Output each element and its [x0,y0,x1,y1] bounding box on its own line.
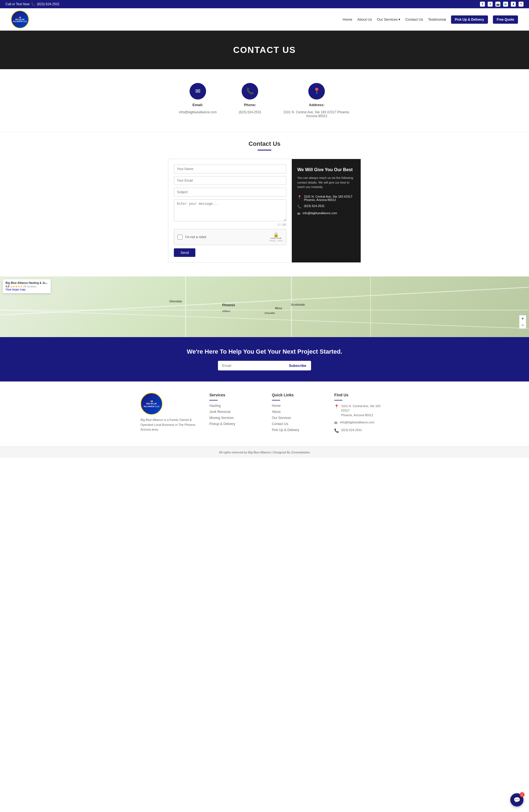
address-icon-circle: 📍 [308,83,325,100]
cta-form: Subscribe [5,361,524,371]
nav-services[interactable]: Our Services ▾ [377,17,400,21]
footer-link-about[interactable]: About [272,410,326,414]
contact-form-container: 0 / 180 I'm not a robot 🔒 reCAPTCHA Priv… [168,159,361,263]
footer-phone-icon: 📞 [334,428,339,433]
footer-link-pickup[interactable]: Pick Up & Delivery [272,428,326,432]
phone-dial-icon: 📞 [297,204,302,209]
email-icon: ✉ [195,88,200,95]
footer-description: Big Blue Alliance is a Family Owned & Op… [141,418,201,432]
nav-contact[interactable]: Contact Us [405,17,423,21]
footer-grid: 🚛BIG BLUEALLIANCE LLC Big Blue Alliance … [141,393,388,436]
subscribe-button[interactable]: Subscribe [284,361,311,371]
call-text: Call or Text Now [5,2,29,6]
email-icon-circle: ✉ [190,83,206,100]
map-city-mesa: Mesa [275,307,282,310]
form-right-title: We Will Give You Our Best [297,167,355,172]
footer-services-title: Services [209,393,264,397]
instagram-icon[interactable]: 📷 [495,2,500,6]
footer-link-home[interactable]: Home [272,404,326,408]
form-right-panel: We Will Give You Our Best You can always… [292,159,361,262]
footer-find-email: ✉ info@bigbluealliance.com [334,420,388,425]
contact-address-item: 📍 Address: 3101 N. Central Ave, Ste 183 … [283,83,350,118]
phone-icon: 📞 [31,2,35,6]
form-right-phone-text: (623) 624-2531 [304,204,325,207]
footer-find-us-col: Find Us 📍 3101 N. Central Ave, Ste 183 #… [334,393,388,436]
form-right-description: You can always reach us via the followin… [297,176,355,189]
dropdown-arrow-icon: ▾ [398,17,400,21]
twitter-icon[interactable]: 🐦 [503,2,508,6]
send-button[interactable]: Send [174,248,195,257]
map-reviews: 29 reviews [23,285,36,288]
map-city-scottsdale: Scottsdale [291,303,305,306]
section-title: Contact Us [5,140,524,147]
phone-label: Phone: [244,103,256,107]
zoom-out-button[interactable]: − [519,322,526,329]
hero-title: CONTACT US [233,45,296,55]
footer-address-text: 3101 N. Central Ave, Ste 183 #2317 Phoen… [341,404,388,418]
address-pin-icon: 📍 [297,195,302,199]
email-label: Email: [192,103,203,107]
nav-about[interactable]: About Us [357,17,372,21]
footer-service-hauling[interactable]: Hauling [209,404,264,408]
nav-links: Home About Us Our Services ▾ Contact Us … [343,15,518,24]
cta-title: We're Here To Help You Get Your Next Pro… [5,348,524,355]
email-input[interactable] [174,176,286,185]
contact-info-section: ✉ Email: info@bigbluealliance.com 📞 Phon… [0,69,529,132]
subject-input[interactable] [174,188,286,197]
contact-form-section: Contact Us 0 / 180 I'm not a robot 🔒 reC… [0,132,529,276]
footer-quick-links-col: Quick Links Home About Our Services Cont… [272,393,326,436]
footer-find-us-title: Find Us [334,393,388,397]
footer-services-underline [209,400,218,401]
recaptcha-logo: 🔒 reCAPTCHA Privacy - Terms [269,232,283,242]
map-rating-row: 4.9 ★★★★★ 29 reviews [5,285,48,288]
envelope-icon: ✉ [297,212,300,216]
footer-email-text: info@bigbluealliance.com [340,420,374,425]
name-input[interactable] [174,164,286,173]
email-value: info@bigbluealliance.com [179,110,217,114]
map-zoom-controls: + − [519,315,526,329]
footer-quick-links-underline [272,400,280,401]
navbar: 🚛BIG BLUEALLIANCE LLC Home About Us Our … [0,8,529,31]
download-icon[interactable]: ⬇ [511,2,516,6]
facebook-icon[interactable]: f [488,2,493,6]
phone-icon-circle: 📞 [241,83,258,100]
recaptcha-box: I'm not a robot 🔒 reCAPTCHA Privacy - Te… [174,229,286,245]
char-count: 0 / 180 [174,223,286,226]
pickup-delivery-button[interactable]: Pick Up & Delivery [451,15,488,24]
address-value: 3101 N. Central Ave, Ste 183 #2317 Phoen… [283,110,350,118]
address-icon: 📍 [313,88,320,95]
footer-service-moving[interactable]: Moving Services [209,416,264,420]
message-textarea[interactable] [174,199,286,221]
map-business-name: Big Blue Alliance Hauling & Ju... [5,281,48,285]
recaptcha-checkbox[interactable] [177,235,182,240]
free-quote-button[interactable]: Free Quote [493,15,518,24]
location-icon[interactable]: 📍 [518,2,524,6]
footer-service-junk[interactable]: Junk Removal [209,410,264,414]
zoom-in-button[interactable]: + [519,315,526,322]
footer-link-services[interactable]: Our Services [272,416,326,420]
tiktok-icon[interactable]: T [480,2,485,6]
top-bar: Call or Text Now 📞 (623) 624-2531 T f 📷 … [0,0,529,8]
footer-link-contact[interactable]: Contact Us [272,422,326,426]
footer-phone-text: (623) 624-2531 [341,428,362,433]
map-view-larger[interactable]: View larger map [5,288,48,291]
footer-logo-area: 🚛BIG BLUEALLIANCE LLC Big Blue Alliance … [141,393,201,436]
footer-service-pickup[interactable]: Pickup & Delivery [209,422,264,426]
hero-banner: CONTACT US [0,31,529,69]
cta-email-input[interactable] [218,361,284,371]
map-city-gilbert: Gilbert [222,310,230,313]
form-right-address: 📍 3101 N. Central Ave, Ste 183 #2317 Pho… [297,195,355,202]
top-phone[interactable]: (623) 624-2531 [37,2,59,6]
form-right-email-text: info@bigbluealliance.com [303,212,337,215]
nav-home[interactable]: Home [343,17,352,21]
nav-testimonial[interactable]: Testimonial [428,17,446,21]
map-overlay: Big Blue Alliance Hauling & Ju... 4.9 ★★… [3,279,51,293]
form-left: 0 / 180 I'm not a robot 🔒 reCAPTCHA Priv… [168,159,292,262]
map-city-chandler: Chandler [265,312,275,315]
footer-email-icon: ✉ [334,421,338,425]
section-title-wrap: Contact Us [5,140,524,150]
footer-services-col: Services Hauling Junk Removal Moving Ser… [209,393,264,436]
footer-find-address: 📍 3101 N. Central Ave, Ste 183 #2317 Pho… [334,404,388,418]
map-stars: ★★★★★ [10,285,23,288]
footer-find-us-underline [334,400,342,401]
